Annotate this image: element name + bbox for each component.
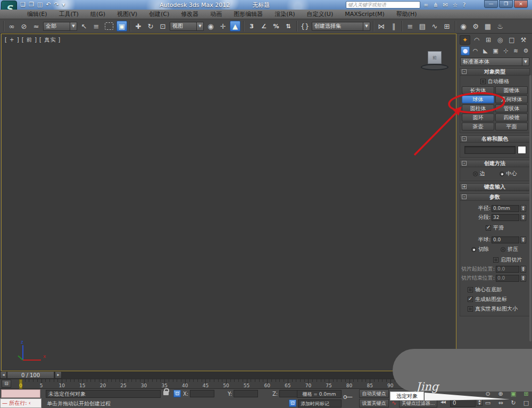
rollout-header-object-type[interactable]: - 对象类型 [460,69,529,76]
search-input[interactable]: 键入关键字或短语 [346,1,420,9]
next-frame-button[interactable]: ▸ [55,371,62,379]
tab-create[interactable]: ✦ [460,35,470,45]
angle-snap-icon[interactable]: ∠ [259,21,269,31]
spinner-snap-icon[interactable]: ⇅ [283,21,294,31]
viewport-front[interactable]: [ + ] [ 前 ] [ 真实 ] 前 x z [1,34,456,371]
auto-key-button[interactable]: 自动关键点 [359,389,389,398]
undo-icon[interactable]: ↶ [46,1,51,9]
rollout-toggle[interactable]: - [462,161,467,166]
pan-hand-icon[interactable]: ⇔ [494,398,507,407]
subtab-geometry[interactable]: ● [461,46,470,55]
selection-lock-icon[interactable] [163,391,169,395]
selected-object-dropdown[interactable]: 选定对象 [390,391,424,401]
menu-item[interactable]: 组(G) [85,10,111,19]
ribbon-toggle-icon[interactable]: ▤ [417,21,428,31]
orbit-icon[interactable]: ↻ [507,398,520,407]
unlink-selection-icon[interactable]: ⊘ [19,21,29,31]
mirror-icon[interactable]: ⋈ [376,21,387,31]
set-keys-icon[interactable]: o― [343,393,351,401]
tube-button[interactable]: 管状体 [495,104,528,112]
subtab-lights[interactable]: ◣ [481,46,490,55]
mini-curve-editor-button[interactable]: ⊟ [2,380,11,388]
center-radio[interactable]: 中心 [500,170,517,177]
menu-item[interactable]: 帮助(H) [390,10,423,19]
autogrid-checkbox[interactable] [480,79,486,84]
radius-spinner[interactable]: ▲▼ [520,205,526,212]
rollout-header-keyboard-entry[interactable]: + 键盘输入 [460,184,529,191]
sphere-button[interactable]: 球体 [462,95,494,103]
menu-item[interactable]: 工具(T) [53,10,85,19]
enable-slice-checkbox[interactable] [493,257,498,263]
geosphere-button[interactable]: 几何球体 [495,95,528,103]
y-coordinate-input[interactable] [234,390,258,397]
set-key-curve-icon[interactable]: ∿ [390,399,398,407]
slice-from-input[interactable]: 0.0 [496,266,519,273]
plane-button[interactable]: 平面 [495,123,528,130]
gen-mapping-checkbox[interactable] [468,297,473,302]
viewcube[interactable]: 前 [421,50,448,74]
subtab-shapes[interactable]: ◠ [471,46,480,55]
smooth-checkbox[interactable] [486,225,491,231]
timeline-track-bar[interactable]: 51015202530354045505560657075808590 0 [0,379,458,389]
keyboard-shortcut-override-icon[interactable]: ▲ [230,21,240,31]
redo-icon[interactable]: ↷ [54,1,59,9]
window-crossing-icon[interactable]: ▣ [117,21,127,31]
macro-recorder-field[interactable] [1,389,40,398]
bind-to-space-warp-icon[interactable]: ≈ [31,21,41,31]
favorites-star-icon[interactable]: ☆ [453,2,458,9]
tab-display[interactable]: □ [506,35,517,45]
menu-item[interactable]: 渲染(R) [269,10,301,19]
go-to-start-icon[interactable]: ◀◀ [440,400,445,404]
close-button[interactable]: × [514,0,528,8]
box-button[interactable]: 长方体 [462,86,494,94]
maximize-viewport-icon[interactable]: □ [520,398,532,407]
percent-snap-icon[interactable]: % [271,21,281,31]
wrench-icon[interactable]: ⋔ [433,2,438,9]
named-selection-sets-dropdown[interactable]: 创建选择集 ▼ [312,22,370,31]
new-file-icon[interactable]: ❏ [20,1,26,9]
time-slider-handle[interactable]: 0 / 100 [7,371,54,379]
edit-named-selection-sets-icon[interactable]: {} [300,21,310,31]
menu-item[interactable]: 视图(V) [111,10,143,19]
rectangular-selection-region-icon[interactable] [105,22,113,30]
maximize-button[interactable]: ❐ [499,0,513,8]
slice-from-spinner[interactable]: ▲▼ [520,266,526,273]
rollout-header-name-color[interactable]: - 名称和颜色 [460,136,529,143]
tab-utilities[interactable]: ⚒ [518,35,529,45]
hemisphere-input[interactable]: 0.0 [492,236,519,243]
x-coordinate-input[interactable] [190,390,214,397]
subtab-systems[interactable]: ⚙ [521,46,530,55]
field-of-view-icon[interactable]: ▭ [481,398,494,407]
object-color-swatch[interactable] [518,146,526,154]
menu-item[interactable]: MAXScript(M) [339,10,390,19]
maxscript-mini-listener[interactable]: — 所在行: ‹ [0,398,41,408]
set-key-button[interactable]: 设置关键点 [359,399,389,407]
curve-editor-icon[interactable]: ∿ [429,21,440,31]
edge-radio[interactable]: 边 [473,170,485,177]
segments-spinner[interactable]: ▲▼ [520,214,526,221]
time-slider[interactable]: ◂ 0 / 100 ▸ [0,371,458,379]
menu-item[interactable]: 修改器 [175,10,204,19]
segments-input[interactable]: 32 [492,214,519,221]
render-setup-icon[interactable]: ⚙ [470,21,481,31]
viewcube-cube-icon[interactable]: 前 [428,51,442,64]
select-and-move-icon[interactable]: ✚ [133,21,144,31]
rollout-toggle[interactable]: - [462,136,467,141]
slice-to-spinner[interactable]: ▲▼ [520,275,526,282]
cone-button[interactable]: 圆锥体 [495,86,528,94]
select-and-rotate-icon[interactable]: ↻ [145,21,156,31]
menu-item[interactable]: 编辑(E) [21,10,53,19]
help-icon[interactable]: ? [462,2,466,9]
search-binoculars-icon[interactable]: ∞ [423,2,428,9]
subtab-helpers[interactable]: ⊹ [501,46,510,55]
viewport-label[interactable]: [ + ] [ 前 ] [ 真实 ] [5,36,61,44]
chop-radio[interactable]: 切除 [471,246,489,253]
panel-scrollbar[interactable] [529,75,531,341]
tab-modify[interactable]: ◠ [471,35,482,45]
object-name-input[interactable] [464,146,516,154]
open-file-icon[interactable]: ❐ [29,1,34,9]
communication-center-icon[interactable]: ✉ [443,2,447,9]
real-world-checkbox[interactable] [468,306,473,312]
menu-item[interactable]: 创建(C) [143,10,175,19]
base-to-pivot-checkbox[interactable] [468,287,473,292]
